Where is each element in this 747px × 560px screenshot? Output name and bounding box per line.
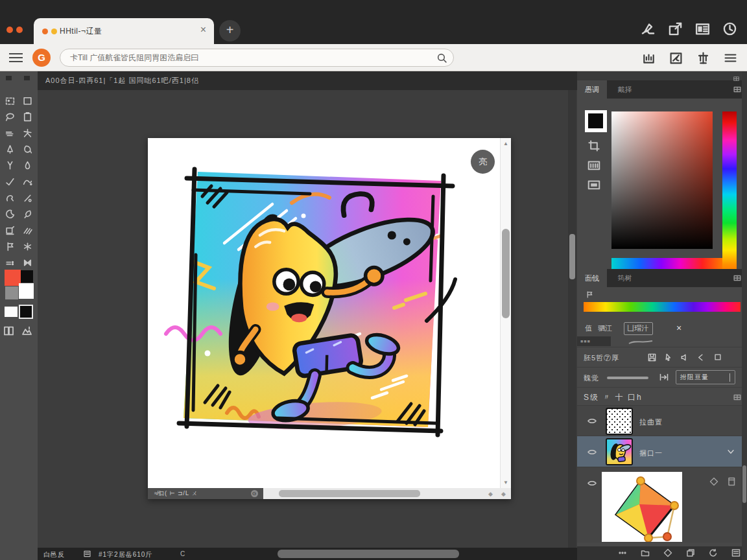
back-icon[interactable]: [696, 353, 706, 362]
tool-eraser-icon[interactable]: [5, 128, 16, 139]
history-icon[interactable]: [722, 21, 738, 37]
tool-droplet-icon[interactable]: [22, 160, 33, 171]
swatch-small-white[interactable]: [5, 307, 18, 317]
values-icon[interactable]: [586, 158, 602, 172]
swatch-small-black[interactable]: [19, 305, 33, 319]
tool-teardrop-icon[interactable]: [22, 209, 33, 220]
new-tab-button[interactable]: +: [219, 20, 241, 41]
app-menubar[interactable]: A00合日-四再61|「1起 国同咄61吧/西1|8侣: [38, 71, 577, 90]
window-dot-1[interactable]: [6, 27, 13, 33]
tool-marquee-icon[interactable]: [5, 95, 16, 106]
card-icon[interactable]: [694, 21, 711, 37]
tool-slash-icon[interactable]: [22, 192, 33, 204]
tool-hatch-icon[interactable]: [22, 225, 33, 236]
blend-dropdown[interactable]: 拊阻亘量: [676, 370, 735, 384]
panel-corner-icon[interactable]: [733, 73, 740, 80]
skip-icon[interactable]: [659, 372, 669, 382]
tool-check-icon[interactable]: [5, 176, 16, 187]
translate-icon[interactable]: [669, 51, 683, 65]
hamburger-icon[interactable]: [723, 51, 738, 65]
tool-clipboard-icon[interactable]: [22, 111, 33, 122]
tab-gradient[interactable]: 面戗: [577, 269, 607, 287]
visibility-icon-3[interactable]: [585, 478, 599, 488]
panel-menu-icon[interactable]: [733, 85, 742, 94]
list-icon[interactable]: [731, 548, 741, 558]
status-refresh-icon[interactable]: C: [180, 550, 185, 557]
swatch-white[interactable]: [19, 283, 34, 299]
hue-bar-horizontal[interactable]: [611, 258, 722, 269]
layer-thumbnail-3[interactable]: [602, 472, 682, 542]
document-vscrollbar[interactable]: ▲ ▼: [500, 138, 511, 488]
resize-diamond-icon[interactable]: ◆: [488, 491, 493, 497]
layer-row-1[interactable]: 拉曲置: [577, 405, 747, 436]
mask-icon[interactable]: [3, 325, 15, 337]
rotate-icon[interactable]: [708, 548, 718, 558]
foreground-swatch[interactable]: [585, 110, 607, 132]
diamond-icon[interactable]: [663, 548, 673, 558]
speaker-icon[interactable]: [680, 353, 689, 362]
dock-close-icon[interactable]: ×: [676, 323, 682, 333]
hscroll-handle[interactable]: [279, 490, 420, 497]
tool-crescent-icon[interactable]: [5, 209, 16, 220]
adjust-icon[interactable]: [21, 325, 33, 337]
crop-icon[interactable]: [586, 139, 602, 153]
scroll-down-icon[interactable]: ▼: [503, 480, 508, 485]
delete-icon[interactable]: [726, 476, 737, 487]
pin-icon[interactable]: [696, 51, 711, 65]
panel-menu-icon-2[interactable]: [733, 274, 742, 283]
menu-icon[interactable]: [9, 53, 23, 62]
dock-tab-2[interactable]: 驷江: [598, 323, 612, 333]
swatch-gray[interactable]: [5, 286, 18, 299]
dock-tab-1[interactable]: 值: [585, 323, 592, 333]
tab-swatches[interactable]: 戴择: [610, 80, 639, 99]
layers-menu-icon[interactable]: [733, 393, 742, 402]
browser-tab[interactable]: HHtil-¬辽量 ×: [34, 18, 214, 44]
signature-icon[interactable]: [640, 21, 656, 37]
app-vscrollbar[interactable]: [568, 90, 576, 548]
folder-icon[interactable]: [640, 548, 650, 558]
vscroll-handle[interactable]: [502, 229, 510, 318]
tool-ink-icon[interactable]: [22, 144, 33, 155]
gradient-flag-icon[interactable]: [586, 290, 594, 298]
swatch-black[interactable]: [21, 270, 33, 283]
panel-vscrollbar[interactable]: [742, 71, 747, 560]
scroll-up-icon[interactable]: ▲: [503, 141, 508, 146]
visibility-icon-2[interactable]: [585, 447, 599, 457]
tool-equal-icon[interactable]: [5, 257, 16, 268]
tool-bowtie-icon[interactable]: [22, 257, 33, 268]
tool-lasso-icon[interactable]: [5, 111, 16, 122]
visibility-icon[interactable]: [585, 416, 599, 426]
tool-stamp-icon[interactable]: [5, 225, 16, 236]
tool-flag-icon[interactable]: [5, 241, 16, 252]
search-icon[interactable]: [436, 52, 447, 64]
tool-asterisk-icon[interactable]: [22, 241, 33, 252]
layer-thumbnail-1[interactable]: [606, 408, 633, 435]
dock-minitab[interactable]: ■■■: [577, 336, 611, 346]
downloads-icon[interactable]: [641, 51, 656, 65]
tab-pattern[interactable]: 筠树: [610, 269, 639, 287]
opacity-slider[interactable]: [607, 377, 648, 379]
external-link-icon[interactable]: [667, 21, 683, 37]
gradient-bar[interactable]: [584, 302, 741, 312]
dock-tab-3[interactable]: 凵瑁汁: [624, 322, 653, 335]
tool-wand-icon[interactable]: [22, 128, 33, 139]
panel-vscroll-handle[interactable]: [742, 465, 746, 503]
chevron-down-icon[interactable]: [726, 447, 735, 456]
sliders-icon[interactable]: [586, 178, 602, 192]
address-bar[interactable]: 卡Till 广值航雀皆氏阻同胃困浩扁启曰: [60, 49, 454, 67]
tool-cursor-icon[interactable]: [5, 160, 16, 171]
resize-diamond-icon-2[interactable]: ◆: [501, 491, 506, 497]
cursor-icon[interactable]: [663, 353, 673, 362]
layer-row-2[interactable]: 捆口一: [577, 436, 747, 467]
browser-logo-icon[interactable]: G: [32, 49, 51, 67]
dots-icon[interactable]: [617, 548, 628, 558]
document-window[interactable]: 亮 ▲ ▼ ≉㐰( ⊢ ⊐/Ⅼ ㄨ G ◆ ◆: [148, 138, 511, 499]
canvas-area[interactable]: 亮 ▲ ▼ ≉㐰( ⊢ ⊐/Ⅼ ㄨ G ◆ ◆: [38, 90, 577, 548]
save-icon[interactable]: [647, 353, 657, 362]
layer-thumbnail-2[interactable]: [606, 438, 633, 465]
tool-frame-icon[interactable]: [22, 95, 33, 106]
link-icon[interactable]: [709, 476, 719, 487]
tab-color[interactable]: 愚调: [577, 80, 607, 99]
tab-close-icon[interactable]: ×: [200, 24, 206, 36]
pages-icon[interactable]: [685, 548, 696, 558]
